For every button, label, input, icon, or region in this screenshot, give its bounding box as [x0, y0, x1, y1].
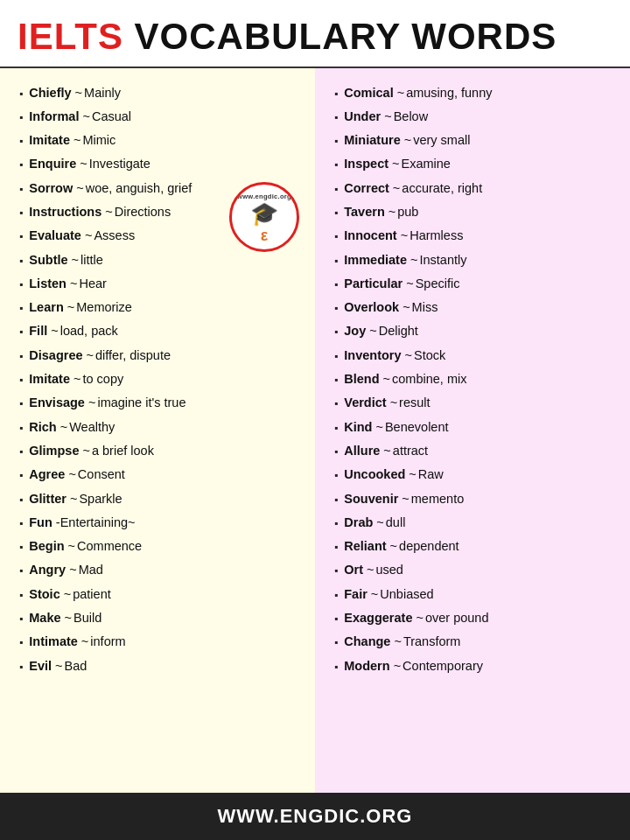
- vocab-meaning: Harmless: [410, 227, 463, 244]
- vocab-word: Envisage: [29, 394, 85, 411]
- vocab-word: Tavern: [344, 203, 384, 220]
- vocab-word: Rich: [29, 418, 56, 436]
- list-item: Under ~ Below: [334, 104, 616, 128]
- vocab-meaning: differ, dispute: [95, 346, 171, 364]
- vocab-word: Souvenir: [344, 490, 398, 508]
- list-item: Drab ~ dull: [334, 510, 616, 534]
- vocab-word: Fill: [29, 322, 47, 340]
- vocab-meaning: Sparkle: [79, 490, 122, 508]
- vocab-meaning: Mainly: [84, 84, 121, 102]
- vocab-word: Imitate: [29, 131, 70, 149]
- list-item: Allure ~ attract: [334, 438, 616, 462]
- list-item: Miniature ~ very small: [334, 129, 616, 152]
- list-item: Informal ~ Casual: [19, 104, 301, 128]
- vocab-meaning: dull: [386, 514, 406, 531]
- vocab-word: Glitter: [29, 490, 66, 508]
- vocab-word: Innocent: [344, 227, 396, 244]
- vocab-meaning: combine, mix: [392, 370, 466, 388]
- list-item: Chiefly ~ Mainly: [19, 80, 301, 104]
- vocab-word: Sorrow: [29, 179, 73, 197]
- vocab-word: Chiefly: [29, 84, 71, 102]
- vocab-meaning: Assess: [94, 227, 135, 244]
- list-item: Inventory ~ Stock: [334, 343, 616, 367]
- vocab-meaning: Hear: [79, 275, 106, 292]
- vocab-word: Comical: [344, 84, 393, 102]
- vocab-word: Blend: [344, 370, 379, 388]
- vocab-meaning: attract: [393, 442, 428, 459]
- list-item: Enquire ~ Investigate: [19, 152, 301, 176]
- ielts-label: IELTS: [18, 16, 123, 57]
- footer: WWW.ENGDIC.ORG: [0, 793, 630, 840]
- list-item: Imitate ~ to copy: [19, 368, 301, 391]
- vocab-word: Verdict: [344, 394, 386, 411]
- vocab-meaning: Instantly: [419, 251, 466, 269]
- vocab-word: Fair: [344, 585, 368, 603]
- list-item: Imitate ~ Mimic: [19, 129, 301, 152]
- vocab-word: Correct: [344, 179, 389, 197]
- vocab-word: Learn: [29, 298, 64, 316]
- vocab-word: Make: [29, 609, 60, 626]
- vocab-word: Drab: [344, 514, 373, 531]
- vocab-word: Reliant: [344, 537, 386, 555]
- vocab-meaning: imagine it's true: [97, 394, 186, 411]
- vocab-word: Disagree: [29, 346, 82, 364]
- vocab-meaning: Benevolent: [385, 418, 449, 436]
- vocab-meaning: Unbiased: [380, 585, 433, 603]
- list-item: Tavern ~ pub: [334, 200, 616, 223]
- vocab-word: Ort: [344, 561, 363, 578]
- vocab-word: Change: [344, 633, 390, 650]
- list-item: Souvenir ~ memento: [334, 486, 616, 510]
- logo-icon: 🎓: [250, 202, 278, 225]
- vocab-word: Joy: [344, 322, 366, 340]
- list-item: Verdict ~ result: [334, 391, 616, 415]
- list-item: Inspect ~ Examine: [334, 152, 616, 176]
- list-item: Agree ~ Consent: [19, 463, 301, 486]
- vocab-meaning: Mimic: [82, 131, 116, 149]
- vocab-word: Inspect: [344, 155, 388, 172]
- vocab-meaning: woe, anguish, grief: [86, 179, 192, 197]
- list-item: Overlook ~ Miss: [334, 296, 616, 319]
- vocab-meaning: Consent: [78, 466, 125, 483]
- vocab-meaning: Mad: [79, 561, 103, 578]
- vocab-word: Angry: [29, 561, 66, 578]
- vocab-meaning: Examine: [402, 155, 451, 172]
- vocab-word: Instructions: [29, 203, 102, 220]
- vocab-meaning: to copy: [82, 370, 123, 388]
- list-item: Listen ~ Hear: [19, 271, 301, 295]
- list-item: Comical ~ amusing, funny: [334, 80, 616, 104]
- vocab-meaning: used: [375, 561, 402, 578]
- vocab-word: Begin: [29, 537, 64, 555]
- vocab-meaning: load, pack: [60, 322, 118, 340]
- vocab-word: Under: [344, 108, 381, 125]
- vocab-meaning: Build: [74, 609, 102, 626]
- vocab-word: Overlook: [344, 298, 399, 316]
- list-item: Particular ~ Specific: [334, 271, 616, 295]
- vocab-meaning: pub: [397, 203, 418, 220]
- title-rest: VOCABULARY WORDS: [123, 16, 556, 57]
- left-vocab-list: Chiefly ~ MainlyInformal ~ CasualImitate…: [19, 80, 301, 677]
- vocab-word: Imitate: [29, 370, 70, 388]
- list-item: Immediate ~ Instantly: [334, 248, 616, 271]
- vocab-word: Particular: [344, 275, 402, 292]
- vocab-word: Inventory: [344, 346, 401, 364]
- logo-text: www.engdic.org: [237, 192, 291, 200]
- vocab-word: Modern: [344, 657, 389, 675]
- vocab-word: Immediate: [344, 251, 407, 269]
- vocab-word: Stoic: [29, 585, 60, 603]
- vocab-word: Intimate: [29, 633, 78, 650]
- vocab-word: Miniature: [344, 131, 400, 149]
- vocab-word: Allure: [344, 442, 380, 459]
- vocab-word: Uncooked: [344, 466, 405, 483]
- list-item: Reliant ~ dependent: [334, 535, 616, 558]
- list-item: Exaggerate ~ over pound: [334, 606, 616, 630]
- vocab-meaning: Wealthy: [69, 418, 115, 436]
- vocab-meaning: Specific: [416, 275, 460, 292]
- vocab-meaning: inform: [90, 633, 125, 650]
- vocab-meaning: Casual: [92, 108, 131, 125]
- main-content: Chiefly ~ MainlyInformal ~ CasualImitate…: [0, 68, 630, 793]
- list-item: Kind ~ Benevolent: [334, 415, 616, 438]
- list-item: Joy ~ Delight: [334, 319, 616, 343]
- vocab-meaning: accurate, right: [402, 179, 482, 197]
- vocab-meaning: Contemporary: [402, 657, 483, 675]
- vocab-word: Listen: [29, 275, 66, 292]
